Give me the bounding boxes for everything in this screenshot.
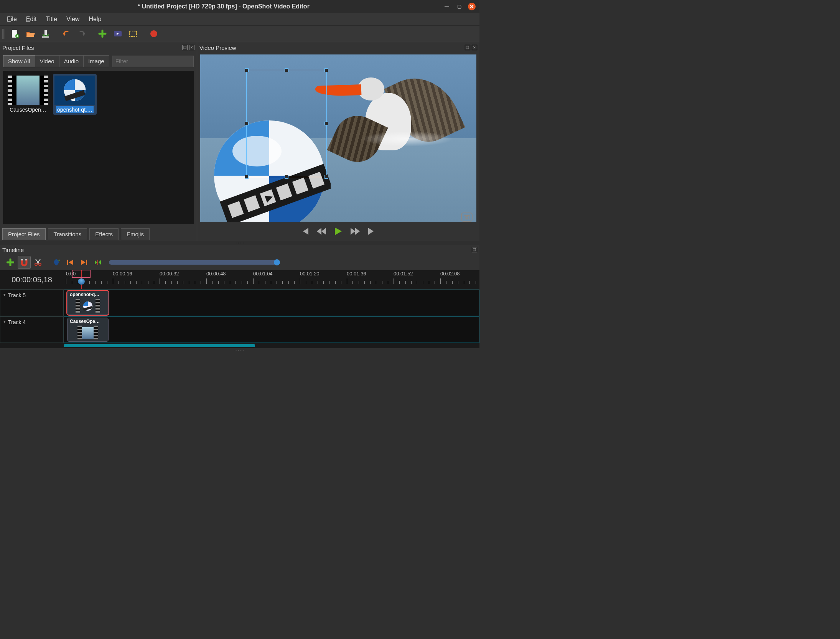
marker-icon: + [53,259,60,266]
scrollbar-thumb[interactable] [64,344,255,347]
timecode-display[interactable]: 00:00:05,18 [0,270,64,289]
undo-button[interactable] [60,27,73,40]
panel-detach-icon[interactable]: ❐ [472,247,477,252]
previous-marker-button[interactable] [64,256,77,269]
add-track-button[interactable] [4,256,17,269]
bottom-splitter[interactable]: ∙∙∙∙∙∙ [0,348,479,352]
timeline-scrollbar[interactable] [0,343,479,348]
filter-input[interactable] [112,56,194,67]
track-header[interactable]: ▾Track 5 [0,290,64,316]
zoom-slider[interactable] [109,260,278,265]
tab-project-files[interactable]: Project Files [2,228,46,240]
prev-marker-icon [66,259,74,265]
razor-button[interactable] [31,256,44,269]
profile-button[interactable] [111,27,124,40]
resize-handle-icon[interactable] [285,68,288,72]
ruler-label: 00:00:48 [206,271,226,277]
zoom-slider-knob[interactable] [274,259,280,265]
fast-forward-button[interactable] [351,228,360,236]
resize-handle-icon[interactable] [245,175,249,179]
preview-bird [331,62,453,162]
save-project-button[interactable] [39,27,52,40]
panel-close-icon[interactable]: ✕ [472,45,477,50]
menu-title[interactable]: Title [42,14,61,24]
timeline-tracks-area[interactable]: ▾Track 5openshot-q…▾Track 4CausesOpe… [0,289,479,343]
ruler-label: 00:01:04 [253,271,273,277]
logo-thumbnail-icon [54,76,95,105]
jump-start-button[interactable] [301,228,309,236]
center-icon [94,259,102,265]
scissors-icon [34,259,42,266]
timeline-clip[interactable]: openshot-q… [67,291,109,315]
panel-detach-icon[interactable]: ❐ [465,45,470,50]
timeline-clip[interactable]: CausesOpe… [67,318,109,342]
tab-transitions[interactable]: Transitions [48,228,87,240]
svg-rect-27 [67,260,68,265]
play-button[interactable] [334,227,343,237]
project-files-grid[interactable]: CausesOpen… openshot-qt.… [3,71,194,224]
preview-viewport[interactable] [200,54,476,222]
track-lane[interactable]: openshot-q… [64,290,479,316]
open-project-button[interactable] [24,27,37,40]
track-row[interactable]: ▾Track 4CausesOpe… [0,316,479,343]
file-label: CausesOpen… [8,106,48,113]
window-title: * Untitled Project [HD 720p 30 fps] - Op… [4,3,443,10]
pf-tab-video[interactable]: Video [35,55,59,67]
track-header[interactable]: ▾Track 4 [0,316,64,343]
timeline-title: Timeline [2,247,24,253]
tab-emojis[interactable]: Emojis [121,228,150,240]
pf-tab-image[interactable]: Image [83,55,109,67]
track-lane[interactable]: CausesOpe… [64,316,479,343]
pf-tab-audio[interactable]: Audio [59,55,84,67]
resize-handle-icon[interactable] [324,122,328,125]
resize-handle-icon[interactable] [324,68,328,72]
toolbar-grip[interactable] [2,29,5,39]
ruler-label: 00:01:36 [347,271,366,277]
chevron-down-icon[interactable]: ▾ [3,292,6,297]
timeline-header: Timeline ❐ [0,245,479,255]
import-files-button[interactable] [96,27,109,40]
track-row[interactable]: ▾Track 5openshot-q… [0,289,479,316]
window-minimize-button[interactable]: — [443,3,450,10]
window-close-button[interactable] [468,3,476,10]
svg-point-6 [150,30,157,37]
resize-handle-icon[interactable] [245,68,249,72]
add-marker-button[interactable]: + [50,256,63,269]
snapshot-button[interactable] [461,212,473,222]
transform-selection-box[interactable] [246,70,327,177]
clip-label: openshot-q… [68,291,108,298]
snapping-button[interactable] [18,256,31,269]
menu-file[interactable]: File [3,14,21,24]
resize-handle-icon[interactable] [245,122,249,125]
chevron-down-icon[interactable]: ▾ [3,319,6,324]
file-item[interactable]: CausesOpen… [6,74,50,115]
window-maximize-button[interactable]: ▢ [456,3,463,10]
ruler-label: 00:01:52 [394,271,413,277]
export-video-button[interactable] [147,27,160,40]
jump-end-button[interactable] [367,228,376,236]
panel-close-icon[interactable]: ✕ [189,45,194,50]
svg-rect-3 [44,30,47,35]
timeline-ruler[interactable]: 0:0000:00:1600:00:3200:00:4800:01:0400:0… [64,270,479,289]
menu-help[interactable]: Help [85,14,105,24]
video-thumbnail-icon [8,76,48,105]
pf-tab-show-all[interactable]: Show All [3,55,35,67]
svg-rect-23 [25,259,27,260]
resize-handle-icon[interactable] [285,175,288,179]
panel-detach-icon[interactable]: ❐ [182,45,188,50]
menu-view[interactable]: View [63,14,83,24]
rewind-button[interactable] [317,228,326,236]
tab-effects[interactable]: Effects [89,228,119,240]
new-project-button[interactable] [8,27,21,40]
next-marker-button[interactable] [77,256,91,269]
redo-button[interactable] [75,27,88,40]
playhead[interactable] [81,270,82,289]
fullscreen-button[interactable] [127,27,140,40]
menu-edit[interactable]: Edit [22,14,41,24]
horizontal-splitter[interactable]: ∙∙∙∙∙∙ [0,241,479,245]
resize-handle-icon[interactable] [324,175,328,179]
file-item[interactable]: openshot-qt.… [53,74,97,115]
center-playhead-button[interactable] [91,256,104,269]
project-files-title: Project Files [2,44,34,51]
video-preview-title: Video Preview [199,44,236,51]
